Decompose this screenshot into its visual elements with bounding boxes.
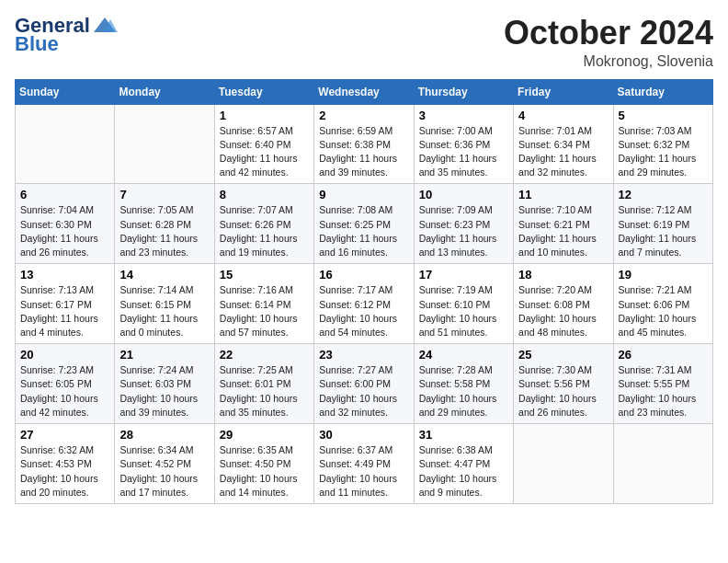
calendar-cell: 27Sunrise: 6:32 AM Sunset: 4:53 PM Dayli… bbox=[16, 424, 115, 504]
calendar-cell: 11Sunrise: 7:10 AM Sunset: 6:21 PM Dayli… bbox=[514, 184, 613, 264]
calendar-table: SundayMondayTuesdayWednesdayThursdayFrid… bbox=[15, 79, 713, 504]
day-info: Sunrise: 7:20 AM Sunset: 6:08 PM Dayligh… bbox=[518, 283, 608, 339]
calendar-cell: 25Sunrise: 7:30 AM Sunset: 5:56 PM Dayli… bbox=[514, 344, 613, 424]
calendar-day-header: Saturday bbox=[613, 79, 712, 104]
day-info: Sunrise: 7:12 AM Sunset: 6:19 PM Dayligh… bbox=[619, 203, 708, 259]
day-info: Sunrise: 7:13 AM Sunset: 6:17 PM Dayligh… bbox=[20, 283, 109, 339]
day-info: Sunrise: 7:23 AM Sunset: 6:05 PM Dayligh… bbox=[20, 363, 109, 419]
day-info: Sunrise: 7:24 AM Sunset: 6:03 PM Dayligh… bbox=[119, 363, 209, 419]
day-number: 1 bbox=[220, 109, 309, 122]
day-number: 4 bbox=[518, 109, 608, 122]
day-number: 23 bbox=[319, 348, 408, 362]
calendar-cell: 15Sunrise: 7:16 AM Sunset: 6:14 PM Dayli… bbox=[214, 264, 313, 344]
day-number: 13 bbox=[20, 268, 109, 282]
calendar-cell: 9Sunrise: 7:08 AM Sunset: 6:25 PM Daylig… bbox=[314, 184, 414, 264]
logo: General Blue bbox=[15, 15, 118, 55]
day-info: Sunrise: 7:05 AM Sunset: 6:28 PM Dayligh… bbox=[119, 203, 209, 259]
day-number: 29 bbox=[220, 428, 309, 442]
calendar-cell: 19Sunrise: 7:21 AM Sunset: 6:06 PM Dayli… bbox=[613, 264, 712, 344]
day-number: 7 bbox=[119, 188, 209, 201]
day-info: Sunrise: 6:57 AM Sunset: 6:40 PM Dayligh… bbox=[220, 124, 309, 180]
calendar-cell: 18Sunrise: 7:20 AM Sunset: 6:08 PM Dayli… bbox=[514, 264, 613, 344]
day-number: 3 bbox=[419, 109, 508, 122]
title-area: October 2024 Mokronog, Slovenia bbox=[504, 15, 713, 70]
day-number: 15 bbox=[220, 268, 309, 282]
day-info: Sunrise: 7:30 AM Sunset: 5:56 PM Dayligh… bbox=[518, 363, 608, 419]
day-info: Sunrise: 7:19 AM Sunset: 6:10 PM Dayligh… bbox=[419, 283, 508, 339]
calendar-day-header: Thursday bbox=[414, 79, 513, 104]
calendar-cell: 14Sunrise: 7:14 AM Sunset: 6:15 PM Dayli… bbox=[115, 264, 214, 344]
calendar-cell: 5Sunrise: 7:03 AM Sunset: 6:32 PM Daylig… bbox=[613, 104, 712, 184]
calendar-day-header: Monday bbox=[115, 79, 214, 104]
day-number: 12 bbox=[619, 188, 708, 201]
calendar-cell: 29Sunrise: 6:35 AM Sunset: 4:50 PM Dayli… bbox=[214, 424, 313, 504]
calendar-cell: 2Sunrise: 6:59 AM Sunset: 6:38 PM Daylig… bbox=[314, 104, 414, 184]
day-info: Sunrise: 7:17 AM Sunset: 6:12 PM Dayligh… bbox=[319, 283, 408, 339]
day-number: 8 bbox=[220, 188, 309, 201]
calendar-cell: 23Sunrise: 7:27 AM Sunset: 6:00 PM Dayli… bbox=[314, 344, 414, 424]
calendar-cell: 31Sunrise: 6:38 AM Sunset: 4:47 PM Dayli… bbox=[414, 424, 513, 504]
day-info: Sunrise: 7:04 AM Sunset: 6:30 PM Dayligh… bbox=[20, 203, 109, 259]
day-number: 24 bbox=[419, 348, 508, 362]
day-number: 9 bbox=[319, 188, 408, 201]
calendar-week-row: 1Sunrise: 6:57 AM Sunset: 6:40 PM Daylig… bbox=[16, 104, 713, 184]
day-number: 17 bbox=[419, 268, 508, 282]
day-info: Sunrise: 6:34 AM Sunset: 4:52 PM Dayligh… bbox=[119, 443, 209, 500]
day-info: Sunrise: 7:03 AM Sunset: 6:32 PM Dayligh… bbox=[619, 124, 708, 180]
calendar-cell: 7Sunrise: 7:05 AM Sunset: 6:28 PM Daylig… bbox=[115, 184, 214, 264]
day-number: 26 bbox=[619, 348, 708, 362]
day-number: 11 bbox=[518, 188, 608, 201]
calendar-cell: 8Sunrise: 7:07 AM Sunset: 6:26 PM Daylig… bbox=[214, 184, 313, 264]
day-info: Sunrise: 7:08 AM Sunset: 6:25 PM Dayligh… bbox=[319, 203, 408, 259]
day-info: Sunrise: 6:32 AM Sunset: 4:53 PM Dayligh… bbox=[20, 443, 109, 500]
calendar-cell: 20Sunrise: 7:23 AM Sunset: 6:05 PM Dayli… bbox=[16, 344, 115, 424]
calendar-cell: 22Sunrise: 7:25 AM Sunset: 6:01 PM Dayli… bbox=[214, 344, 313, 424]
day-info: Sunrise: 7:16 AM Sunset: 6:14 PM Dayligh… bbox=[220, 283, 309, 339]
calendar-cell bbox=[115, 104, 214, 184]
calendar-cell bbox=[514, 424, 613, 504]
day-info: Sunrise: 7:00 AM Sunset: 6:36 PM Dayligh… bbox=[419, 124, 508, 180]
calendar-cell bbox=[16, 104, 115, 184]
calendar-cell: 24Sunrise: 7:28 AM Sunset: 5:58 PM Dayli… bbox=[414, 344, 513, 424]
calendar-cell: 28Sunrise: 6:34 AM Sunset: 4:52 PM Dayli… bbox=[115, 424, 214, 504]
day-number: 30 bbox=[319, 428, 408, 442]
calendar-cell: 3Sunrise: 7:00 AM Sunset: 6:36 PM Daylig… bbox=[414, 104, 513, 184]
calendar-cell: 30Sunrise: 6:37 AM Sunset: 4:49 PM Dayli… bbox=[314, 424, 414, 504]
day-info: Sunrise: 7:07 AM Sunset: 6:26 PM Dayligh… bbox=[220, 203, 309, 259]
day-info: Sunrise: 7:21 AM Sunset: 6:06 PM Dayligh… bbox=[619, 283, 708, 339]
day-number: 22 bbox=[220, 348, 309, 362]
day-number: 2 bbox=[319, 109, 408, 122]
day-info: Sunrise: 7:09 AM Sunset: 6:23 PM Dayligh… bbox=[419, 203, 508, 259]
logo-blue: Blue bbox=[15, 33, 118, 55]
calendar-day-header: Wednesday bbox=[314, 79, 414, 104]
day-info: Sunrise: 7:28 AM Sunset: 5:58 PM Dayligh… bbox=[419, 363, 508, 419]
calendar-cell: 13Sunrise: 7:13 AM Sunset: 6:17 PM Dayli… bbox=[16, 264, 115, 344]
calendar-cell: 10Sunrise: 7:09 AM Sunset: 6:23 PM Dayli… bbox=[414, 184, 513, 264]
calendar-day-header: Friday bbox=[514, 79, 613, 104]
calendar-body: 1Sunrise: 6:57 AM Sunset: 6:40 PM Daylig… bbox=[16, 104, 713, 503]
calendar-day-header: Tuesday bbox=[214, 79, 313, 104]
day-info: Sunrise: 6:37 AM Sunset: 4:49 PM Dayligh… bbox=[319, 443, 408, 500]
day-info: Sunrise: 7:27 AM Sunset: 6:00 PM Dayligh… bbox=[319, 363, 408, 419]
calendar-cell bbox=[613, 424, 712, 504]
day-number: 20 bbox=[20, 348, 109, 362]
day-info: Sunrise: 7:01 AM Sunset: 6:34 PM Dayligh… bbox=[518, 124, 608, 180]
calendar-cell: 26Sunrise: 7:31 AM Sunset: 5:55 PM Dayli… bbox=[613, 344, 712, 424]
calendar-cell: 16Sunrise: 7:17 AM Sunset: 6:12 PM Dayli… bbox=[314, 264, 414, 344]
day-number: 31 bbox=[419, 428, 508, 442]
calendar-cell: 6Sunrise: 7:04 AM Sunset: 6:30 PM Daylig… bbox=[16, 184, 115, 264]
day-info: Sunrise: 7:14 AM Sunset: 6:15 PM Dayligh… bbox=[119, 283, 209, 339]
day-number: 14 bbox=[119, 268, 209, 282]
calendar-day-header: Sunday bbox=[16, 79, 115, 104]
calendar-week-row: 6Sunrise: 7:04 AM Sunset: 6:30 PM Daylig… bbox=[16, 184, 713, 264]
day-number: 16 bbox=[319, 268, 408, 282]
day-number: 18 bbox=[518, 268, 608, 282]
day-info: Sunrise: 7:10 AM Sunset: 6:21 PM Dayligh… bbox=[518, 203, 608, 259]
day-number: 21 bbox=[119, 348, 209, 362]
page-header: General Blue October 2024 Mokronog, Slov… bbox=[15, 15, 713, 70]
calendar-cell: 12Sunrise: 7:12 AM Sunset: 6:19 PM Dayli… bbox=[613, 184, 712, 264]
calendar-cell: 4Sunrise: 7:01 AM Sunset: 6:34 PM Daylig… bbox=[514, 104, 613, 184]
calendar-cell: 17Sunrise: 7:19 AM Sunset: 6:10 PM Dayli… bbox=[414, 264, 513, 344]
location: Mokronog, Slovenia bbox=[504, 53, 713, 70]
day-info: Sunrise: 6:59 AM Sunset: 6:38 PM Dayligh… bbox=[319, 124, 408, 180]
